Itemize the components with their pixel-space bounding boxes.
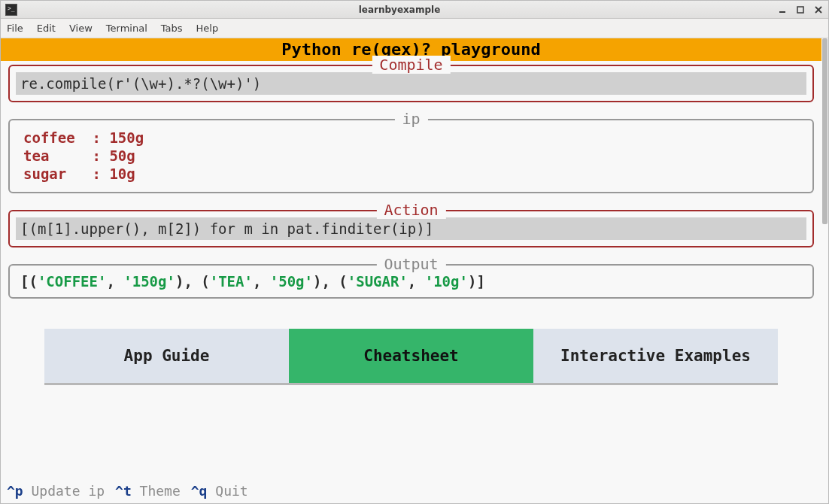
tabs: App GuideCheatsheetInteractive Examples bbox=[44, 329, 778, 385]
terminal-area: Python re(gex)? playground Compile re.co… bbox=[1, 38, 828, 503]
hint-key: ^q bbox=[191, 483, 208, 499]
menubar: File Edit View Terminal Tabs Help bbox=[1, 19, 828, 38]
menu-edit[interactable]: Edit bbox=[37, 23, 56, 34]
ip-panel: ip coffee : 150g tea : 50g sugar : 10g bbox=[8, 119, 814, 193]
window-title: learnbyexample bbox=[22, 5, 777, 15]
hint-label: Theme bbox=[132, 483, 181, 499]
maximize-button[interactable] bbox=[795, 5, 806, 15]
menu-tabs[interactable]: Tabs bbox=[161, 23, 183, 34]
close-button[interactable] bbox=[813, 5, 824, 15]
hint-key: ^t bbox=[115, 483, 132, 499]
hint-label: Quit bbox=[207, 483, 247, 499]
terminal-app-icon bbox=[5, 4, 17, 16]
tabs-container: App GuideCheatsheetInteractive Examples bbox=[1, 329, 821, 385]
output-text: [('COFFEE', '150g'), ('TEA', '50g'), ('S… bbox=[16, 272, 806, 291]
tab-app-guide[interactable]: App Guide bbox=[44, 329, 289, 383]
compile-panel-title: Compile bbox=[372, 56, 450, 74]
compile-panel: Compile re.compile(r'(\w+).*?(\w+)') bbox=[8, 65, 814, 102]
menu-terminal[interactable]: Terminal bbox=[106, 23, 147, 34]
compile-input[interactable]: re.compile(r'(\w+).*?(\w+)') bbox=[16, 72, 806, 95]
tab-interactive-examples[interactable]: Interactive Examples bbox=[533, 329, 778, 383]
svg-rect-1 bbox=[797, 7, 803, 13]
hint-quit: ^q Quit bbox=[191, 483, 248, 499]
action-input[interactable]: [(m[1].upper(), m[2]) for m in pat.findi… bbox=[16, 217, 806, 240]
output-panel-title: Output bbox=[376, 255, 445, 273]
hint-theme: ^t Theme bbox=[115, 483, 181, 499]
menu-view[interactable]: View bbox=[69, 23, 93, 34]
ip-panel-title: ip bbox=[394, 110, 427, 128]
output-panel: Output [('COFFEE', '150g'), ('TEA', '50g… bbox=[8, 264, 814, 299]
tab-cheatsheet[interactable]: Cheatsheet bbox=[289, 329, 533, 383]
menu-help[interactable]: Help bbox=[196, 23, 219, 34]
action-panel-title: Action bbox=[376, 201, 445, 219]
hint-label: Update ip bbox=[23, 483, 105, 499]
hint-key: ^p bbox=[7, 483, 23, 499]
scrollbar[interactable] bbox=[821, 38, 828, 503]
window-controls bbox=[777, 5, 824, 15]
window-titlebar: learnbyexample bbox=[1, 1, 828, 19]
scrollbar-thumb[interactable] bbox=[822, 38, 827, 224]
footer-hints: ^p Update ip^t Theme^q Quit bbox=[1, 479, 821, 503]
menu-file[interactable]: File bbox=[7, 23, 23, 34]
ip-text[interactable]: coffee : 150g tea : 50g sugar : 10g bbox=[16, 126, 806, 186]
minimize-button[interactable] bbox=[777, 5, 788, 15]
action-panel: Action [(m[1].upper(), m[2]) for m in pa… bbox=[8, 210, 814, 247]
hint-update-ip: ^p Update ip bbox=[7, 483, 105, 499]
